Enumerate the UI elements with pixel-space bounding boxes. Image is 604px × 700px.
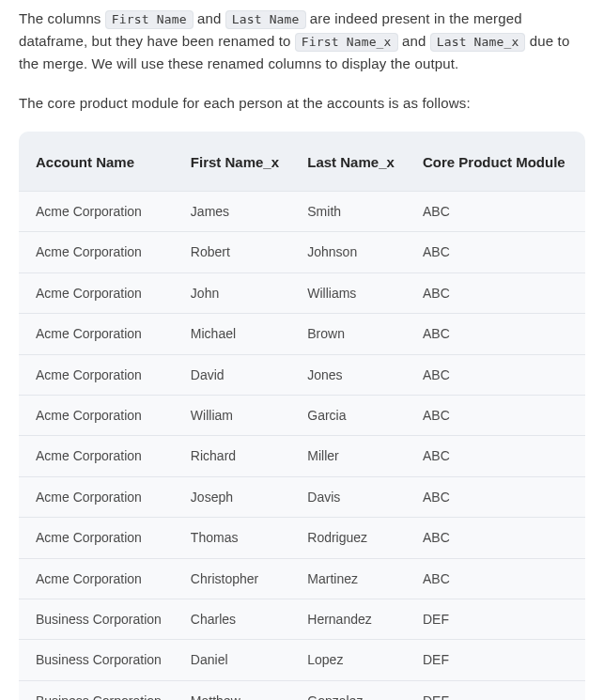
table-row: Acme CorporationThomasRodriguezABC (19, 518, 585, 558)
table-cell: Rodriguez (294, 518, 410, 558)
table-cell: Martinez (294, 558, 410, 599)
table-cell: Garcia (294, 395, 410, 435)
table-cell: ABC (410, 558, 585, 599)
text-span: and (194, 10, 225, 26)
table-cell: Charles (178, 599, 294, 639)
table-cell: Williams (294, 272, 410, 313)
column-header: Account Name (19, 132, 178, 192)
table-cell: ABC (410, 192, 585, 232)
table-cell: Acme Corporation (19, 192, 178, 232)
table-cell: Joseph (178, 476, 294, 517)
table-row: Acme CorporationChristopherMartinezABC (19, 558, 585, 599)
table-cell: Acme Corporation (19, 436, 178, 476)
table-cell: Smith (294, 192, 410, 232)
table-header: Account NameFirst Name_xLast Name_xCore … (19, 132, 585, 192)
inline-code: First Name_x (295, 33, 398, 52)
table-cell: Christopher (178, 558, 294, 599)
table-cell: ABC (410, 518, 585, 558)
table-row: Business CorporationDanielLopezDEF (19, 640, 585, 680)
table-row: Acme CorporationDavidJonesABC (19, 354, 585, 395)
table-cell: ABC (410, 395, 585, 435)
table-row: Acme CorporationJosephDavisABC (19, 476, 585, 517)
table-cell: Business Corporation (19, 599, 178, 639)
table-cell: Business Corporation (19, 680, 178, 700)
table-row: Acme CorporationRobertJohnsonABC (19, 232, 585, 272)
table-row: Acme CorporationJamesSmithABC (19, 192, 585, 232)
table-cell: Michael (178, 314, 294, 354)
text-span: The columns (19, 10, 105, 26)
table-cell: ABC (410, 354, 585, 395)
table-cell: Johnson (294, 232, 410, 272)
explanation-paragraph-1: The columns First Name and Last Name are… (19, 8, 585, 75)
table-cell: Daniel (178, 640, 294, 680)
table-row: Acme CorporationMichaelBrownABC (19, 314, 585, 354)
table-body: Acme CorporationJamesSmithABCAcme Corpor… (19, 192, 585, 701)
table-cell: Matthew (178, 680, 294, 700)
table-cell: Acme Corporation (19, 232, 178, 272)
table-cell: Acme Corporation (19, 518, 178, 558)
table-row: Business CorporationMatthewGonzalezDEF (19, 680, 585, 700)
column-header: Last Name_x (294, 132, 410, 192)
table-cell: Acme Corporation (19, 476, 178, 517)
data-table: Account NameFirst Name_xLast Name_xCore … (19, 132, 585, 700)
column-header: First Name_x (178, 132, 294, 192)
table-cell: Acme Corporation (19, 314, 178, 354)
table-row: Acme CorporationJohnWilliamsABC (19, 272, 585, 313)
table-cell: ABC (410, 436, 585, 476)
table-cell: Jones (294, 354, 410, 395)
table-cell: Miller (294, 436, 410, 476)
table-cell: ABC (410, 272, 585, 313)
explanation-paragraph-2: The core product module for each person … (19, 92, 585, 115)
table-cell: James (178, 192, 294, 232)
table-cell: David (178, 354, 294, 395)
table-cell: Acme Corporation (19, 354, 178, 395)
table-cell: Acme Corporation (19, 272, 178, 313)
inline-code: First Name (105, 10, 194, 29)
table-cell: ABC (410, 232, 585, 272)
table-row: Business CorporationCharlesHernandezDEF (19, 599, 585, 639)
table-cell: Brown (294, 314, 410, 354)
table-cell: Robert (178, 232, 294, 272)
table-cell: DEF (410, 680, 585, 700)
table-cell: DEF (410, 640, 585, 680)
table-cell: DEF (410, 599, 585, 639)
column-header: Core Product Module (410, 132, 585, 192)
table-cell: Acme Corporation (19, 558, 178, 599)
table-row: Acme CorporationWilliamGarciaABC (19, 395, 585, 435)
table-cell: ABC (410, 314, 585, 354)
table-cell: Richard (178, 436, 294, 476)
table-cell: John (178, 272, 294, 313)
table-cell: Hernandez (294, 599, 410, 639)
inline-code: Last Name_x (430, 33, 526, 52)
table-cell: Acme Corporation (19, 395, 178, 435)
table-cell: Business Corporation (19, 640, 178, 680)
table-row: Acme CorporationRichardMillerABC (19, 436, 585, 476)
data-table-container: Account NameFirst Name_xLast Name_xCore … (19, 132, 585, 700)
table-cell: Davis (294, 476, 410, 517)
inline-code: Last Name (225, 10, 306, 29)
table-cell: ABC (410, 476, 585, 517)
table-cell: William (178, 395, 294, 435)
table-cell: Lopez (294, 640, 410, 680)
table-cell: Gonzalez (294, 680, 410, 700)
table-cell: Thomas (178, 518, 294, 558)
text-span: and (398, 33, 430, 49)
